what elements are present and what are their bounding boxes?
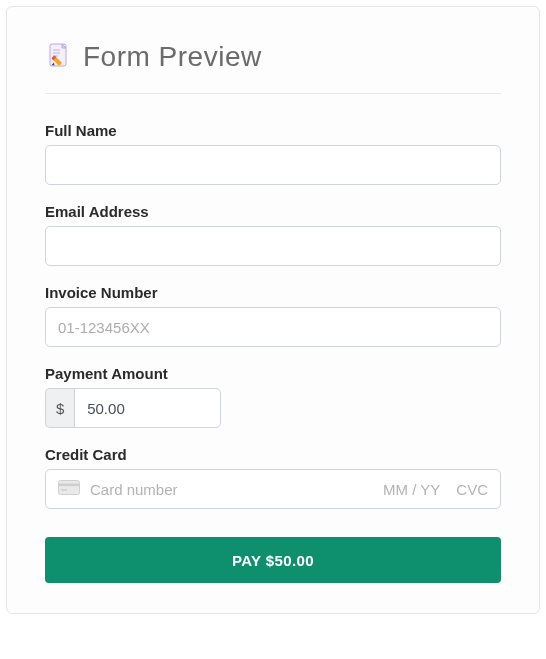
full-name-input[interactable] xyxy=(45,145,501,185)
invoice-group: Invoice Number xyxy=(45,284,501,347)
credit-card-group: Credit Card Card number MM / YY CVC xyxy=(45,446,501,509)
invoice-input[interactable] xyxy=(45,307,501,347)
credit-card-label: Credit Card xyxy=(45,446,501,463)
form-preview-card: Form Preview Full Name Email Address Inv… xyxy=(6,6,540,614)
amount-input[interactable] xyxy=(74,388,221,428)
full-name-group: Full Name xyxy=(45,122,501,185)
email-group: Email Address xyxy=(45,203,501,266)
page-title: Form Preview xyxy=(83,41,262,73)
svg-rect-7 xyxy=(59,481,80,495)
svg-rect-8 xyxy=(59,484,80,487)
amount-group: Payment Amount $ xyxy=(45,365,501,428)
currency-symbol: $ xyxy=(45,388,74,428)
card-expiry-placeholder: MM / YY xyxy=(383,481,440,498)
pencil-document-icon xyxy=(45,41,73,73)
card-cvc-placeholder: CVC xyxy=(456,481,488,498)
heading-row: Form Preview xyxy=(45,41,501,73)
invoice-label: Invoice Number xyxy=(45,284,501,301)
divider xyxy=(45,93,501,94)
svg-rect-9 xyxy=(61,489,67,491)
email-input[interactable] xyxy=(45,226,501,266)
pay-button[interactable]: PAY $50.00 xyxy=(45,537,501,583)
card-icon xyxy=(58,480,80,498)
full-name-label: Full Name xyxy=(45,122,501,139)
amount-label: Payment Amount xyxy=(45,365,501,382)
amount-input-group: $ xyxy=(45,388,221,428)
email-label: Email Address xyxy=(45,203,501,220)
card-number-placeholder: Card number xyxy=(90,481,373,498)
credit-card-input[interactable]: Card number MM / YY CVC xyxy=(45,469,501,509)
